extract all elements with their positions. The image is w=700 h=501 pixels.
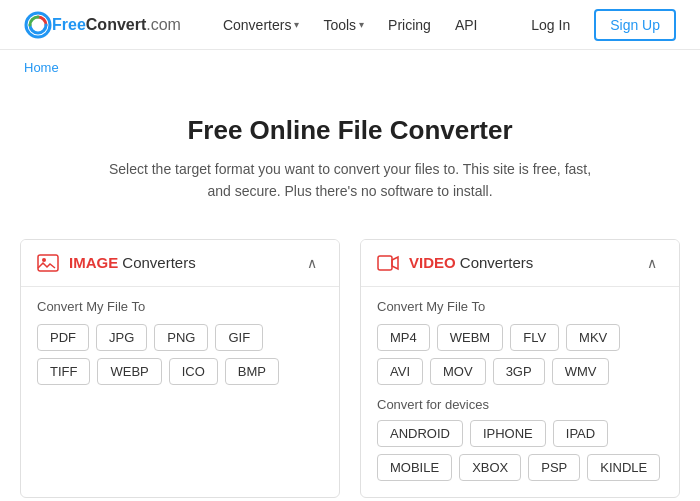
main-nav: Converters▾Tools▾PricingAPI (213, 11, 517, 39)
image-format-grid: PDFJPGPNGGIFTIFFWEBPICOBMP (37, 324, 323, 385)
nav-label: Tools (323, 17, 356, 33)
image-card-header: IMAGE Converters∧ (21, 240, 339, 287)
video-format-flv[interactable]: FLV (510, 324, 559, 351)
svg-rect-3 (378, 256, 392, 270)
nav-label: Pricing (388, 17, 431, 33)
video-format-wmv[interactable]: WMV (552, 358, 610, 385)
image-format-tiff[interactable]: TIFF (37, 358, 90, 385)
video-card-title: VIDEO Converters (409, 254, 533, 271)
image-collapse-button[interactable]: ∧ (301, 253, 323, 273)
image-icon (37, 252, 59, 274)
signup-button[interactable]: Sign Up (594, 9, 676, 41)
logo-dotcom: .com (146, 16, 181, 33)
chevron-down-icon: ▾ (359, 19, 364, 30)
video-format-mp4[interactable]: MP4 (377, 324, 430, 351)
video-format-webm[interactable]: WEBM (437, 324, 503, 351)
video-device-iphone[interactable]: IPHONE (470, 420, 546, 447)
video-device-android[interactable]: ANDROID (377, 420, 463, 447)
video-card-body: Convert My File ToMP4WEBMFLVMKVAVIMOV3GP… (361, 287, 679, 497)
hero-subtitle: Select the target format you want to con… (100, 158, 600, 203)
nav-item-api[interactable]: API (445, 11, 488, 39)
breadcrumb: Home (0, 50, 700, 85)
video-format-3gp[interactable]: 3GP (493, 358, 545, 385)
image-converter-card: IMAGE Converters∧Convert My File ToPDFJP… (20, 239, 340, 498)
video-convert-label: Convert My File To (377, 299, 663, 314)
chevron-down-icon: ▾ (294, 19, 299, 30)
video-format-grid: MP4WEBMFLVMKVAVIMOV3GPWMV (377, 324, 663, 385)
video-section-label: Convert for devices (377, 397, 663, 412)
video-converter-card: VIDEO Converters∧Convert My File ToMP4WE… (360, 239, 680, 498)
video-device-format-grid: ANDROIDIPHONEIPADMOBILEXBOXPSPKINDLE (377, 420, 663, 481)
breadcrumb-home-link[interactable]: Home (24, 60, 59, 75)
image-format-pdf[interactable]: PDF (37, 324, 89, 351)
svg-point-2 (42, 258, 46, 262)
login-button[interactable]: Log In (517, 11, 584, 39)
logo-free: Free (52, 16, 86, 33)
video-device-ipad[interactable]: IPAD (553, 420, 608, 447)
nav-item-pricing[interactable]: Pricing (378, 11, 441, 39)
nav-label: Converters (223, 17, 291, 33)
video-collapse-button[interactable]: ∧ (641, 253, 663, 273)
video-card-header: VIDEO Converters∧ (361, 240, 679, 287)
image-format-ico[interactable]: ICO (169, 358, 218, 385)
logo-convert: Convert (86, 16, 146, 33)
video-format-mov[interactable]: MOV (430, 358, 486, 385)
video-device-mobile[interactable]: MOBILE (377, 454, 452, 481)
nav-item-tools[interactable]: Tools▾ (313, 11, 374, 39)
header-actions: Log In Sign Up (517, 9, 676, 41)
image-card-title: IMAGE Converters (69, 254, 196, 271)
image-format-gif[interactable]: GIF (215, 324, 263, 351)
image-convert-label: Convert My File To (37, 299, 323, 314)
video-format-avi[interactable]: AVI (377, 358, 423, 385)
image-format-jpg[interactable]: JPG (96, 324, 147, 351)
logo-icon (24, 11, 52, 39)
hero-title: Free Online File Converter (24, 115, 676, 146)
video-device-xbox[interactable]: XBOX (459, 454, 521, 481)
video-icon (377, 252, 399, 274)
hero-section: Free Online File Converter Select the ta… (0, 85, 700, 223)
nav-label: API (455, 17, 478, 33)
nav-item-converters[interactable]: Converters▾ (213, 11, 309, 39)
image-format-bmp[interactable]: BMP (225, 358, 279, 385)
converter-grid: IMAGE Converters∧Convert My File ToPDFJP… (0, 223, 700, 501)
video-format-mkv[interactable]: MKV (566, 324, 620, 351)
logo[interactable]: FreeConvert.com (24, 11, 181, 39)
svg-rect-1 (38, 255, 58, 271)
video-device-kindle[interactable]: KINDLE (587, 454, 660, 481)
main-header: FreeConvert.com Converters▾Tools▾Pricing… (0, 0, 700, 50)
image-format-webp[interactable]: WEBP (97, 358, 161, 385)
video-device-psp[interactable]: PSP (528, 454, 580, 481)
image-format-png[interactable]: PNG (154, 324, 208, 351)
image-card-body: Convert My File ToPDFJPGPNGGIFTIFFWEBPIC… (21, 287, 339, 401)
